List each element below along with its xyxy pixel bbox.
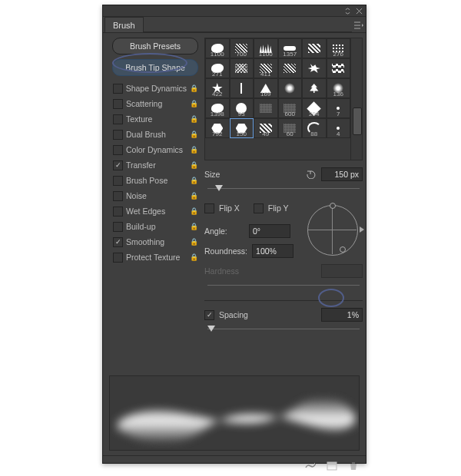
lock-icon[interactable]: 🔒	[190, 253, 197, 261]
sidebar-item-smoothing[interactable]: ✓Smoothing🔒	[109, 234, 201, 250]
brush-thumb[interactable]: 700	[230, 38, 254, 58]
lock-icon[interactable]: 🔒	[190, 161, 197, 169]
svg-rect-1	[327, 462, 337, 464]
brush-thumb[interactable]: 93	[230, 98, 254, 118]
brush-thumb[interactable]	[302, 38, 327, 58]
size-input[interactable]: 150 px	[321, 167, 363, 181]
brush-thumb[interactable]: 136	[327, 78, 351, 98]
scroll-thumb[interactable]	[353, 107, 362, 135]
sidebar-item-texture[interactable]: Texture🔒	[109, 111, 201, 127]
brush-presets-button[interactable]: Brush Presets	[112, 38, 198, 55]
spacing-slider[interactable]	[207, 324, 360, 335]
brush-thumb[interactable]: 4	[327, 118, 351, 138]
checkbox[interactable]: ✓	[113, 237, 123, 247]
flipy-checkbox[interactable]	[254, 203, 264, 213]
flipx-checkbox[interactable]	[204, 203, 214, 213]
label: Dual Brush	[126, 130, 187, 139]
brush-thumb[interactable]: 792	[205, 118, 230, 138]
label: Brush Tip Shape	[125, 63, 185, 72]
brush-tip-shape-button[interactable]: Brush Tip Shape	[112, 59, 198, 76]
spacing-label: Spacing	[219, 310, 248, 319]
brush-thumb[interactable]: 411	[254, 58, 278, 78]
label: Brush Presets	[130, 41, 181, 51]
trash-icon[interactable]	[347, 460, 360, 472]
brush-thumb[interactable]: 1398	[205, 98, 230, 118]
lock-icon[interactable]: 🔒	[190, 146, 197, 154]
new-brush-icon[interactable]	[326, 460, 338, 472]
lock-icon[interactable]: 🔒	[190, 131, 197, 138]
label: Shape Dynamics	[126, 84, 187, 93]
roundness-input[interactable]: 100%	[252, 244, 294, 258]
scrollbar[interactable]	[350, 38, 362, 160]
sidebar-item-noise[interactable]: Noise🔒	[109, 188, 201, 203]
brush-thumb[interactable]: 1357	[278, 38, 303, 58]
close-icon[interactable]	[356, 8, 363, 15]
tab-brush[interactable]: Brush	[104, 17, 144, 32]
sidebar-item-protect-texture[interactable]: Protect Texture🔒	[109, 250, 201, 265]
brush-thumb[interactable]	[254, 98, 278, 118]
hardness-slider	[207, 280, 360, 291]
brush-size-label: 60	[279, 131, 302, 137]
brush-thumb[interactable]: 49	[254, 118, 278, 138]
angle-widget[interactable]	[304, 202, 360, 257]
sidebar-item-scattering[interactable]: Scattering🔒	[109, 96, 201, 111]
brush-thumb[interactable]: 276	[327, 38, 351, 58]
brush-thumb[interactable]: 271	[205, 58, 230, 78]
angle-label: Angle:	[204, 226, 244, 236]
lock-icon[interactable]: 🔒	[190, 192, 197, 200]
checkbox[interactable]	[113, 84, 123, 94]
brush-thumb[interactable]: 1100	[254, 38, 278, 58]
sidebar-item-color-dynamics[interactable]: Color Dynamics🔒	[109, 142, 201, 157]
checkbox[interactable]	[113, 207, 123, 217]
checkbox[interactable]	[113, 176, 123, 186]
brush-thumb[interactable]	[302, 58, 327, 78]
sidebar-item-wet-edges[interactable]: Wet Edges🔒	[109, 203, 201, 219]
checkbox[interactable]	[113, 253, 123, 263]
sidebar-item-shape-dynamics[interactable]: Shape Dynamics🔒	[109, 81, 201, 96]
checkbox[interactable]	[113, 222, 123, 232]
brush-thumb[interactable]: 1100	[205, 38, 230, 58]
checkbox[interactable]	[113, 99, 123, 109]
brush-thumb[interactable]: 150	[230, 118, 254, 138]
titlebar	[103, 5, 366, 17]
brush-thumb[interactable]	[230, 58, 254, 78]
lock-icon[interactable]: 🔒	[190, 100, 197, 107]
brush-thumb[interactable]	[327, 58, 351, 78]
checkbox[interactable]: ✓	[113, 160, 123, 170]
brush-thumb[interactable]: 60	[278, 118, 303, 138]
brush-thumb[interactable]: 294	[302, 98, 327, 118]
brush-thumb[interactable]: 600	[278, 98, 303, 118]
checkbox[interactable]	[113, 145, 123, 155]
brush-thumb[interactable]	[302, 78, 327, 98]
brush-size-label: 7	[327, 111, 350, 117]
checkbox[interactable]	[113, 191, 123, 201]
sidebar-item-dual-brush[interactable]: Dual Brush🔒	[109, 127, 201, 142]
brush-size-label: 49	[254, 131, 277, 137]
brush-thumb[interactable]: 7	[327, 98, 351, 118]
lock-icon[interactable]: 🔒	[190, 207, 197, 215]
lock-icon[interactable]: 🔒	[190, 177, 197, 184]
angle-input[interactable]: 0°	[249, 224, 290, 238]
reset-size-icon[interactable]	[306, 168, 318, 180]
spacing-checkbox[interactable]: ✓	[204, 310, 214, 320]
spacing-input[interactable]: 1%	[321, 308, 363, 322]
brush-thumb[interactable]	[230, 78, 254, 98]
sidebar-item-brush-pose[interactable]: Brush Pose🔒	[109, 173, 201, 188]
lock-icon[interactable]: 🔒	[190, 84, 197, 92]
brush-thumb[interactable]: 422	[205, 78, 230, 98]
checkbox[interactable]	[113, 114, 123, 124]
checkbox[interactable]	[113, 130, 123, 140]
lock-icon[interactable]: 🔒	[190, 115, 197, 123]
brush-thumb[interactable]: 169	[254, 78, 278, 98]
lock-icon[interactable]: 🔒	[190, 223, 197, 230]
sidebar-item-transfer[interactable]: ✓Transfer🔒	[109, 157, 201, 173]
size-slider[interactable]	[207, 183, 360, 194]
collapse-icon[interactable]	[344, 8, 351, 15]
lock-icon[interactable]: 🔒	[190, 238, 197, 246]
sidebar-item-build-up[interactable]: Build-up🔒	[109, 219, 201, 234]
flyout-menu-icon[interactable]	[352, 18, 366, 32]
brush-thumb[interactable]	[278, 78, 303, 98]
brush-thumb[interactable]	[278, 58, 303, 78]
brush-thumb[interactable]: 88	[302, 118, 327, 138]
toggle-live-preview-icon[interactable]	[304, 460, 317, 472]
